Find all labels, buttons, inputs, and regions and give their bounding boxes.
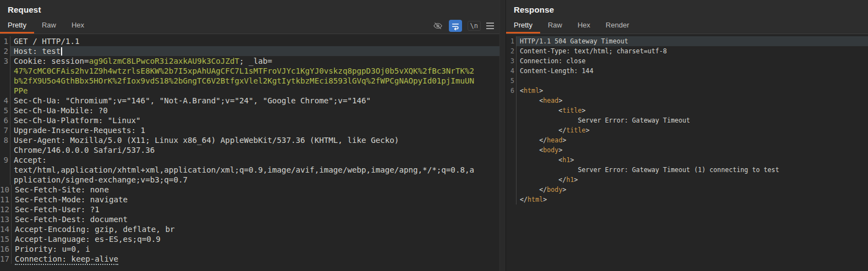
code-line[interactable]: 12Sec-Fetch-User: ?1 bbox=[0, 204, 499, 214]
panel-divider[interactable] bbox=[499, 0, 506, 271]
code-line[interactable]: Server Error: Gateway Timeout (1) connec… bbox=[506, 165, 868, 175]
code-text: Host: test bbox=[10, 46, 499, 56]
code-line[interactable]: 13Sec-Fetch-Dest: document bbox=[0, 214, 499, 224]
code-text: HTTP/1.1 504 Gateway Timeout bbox=[517, 36, 868, 46]
code-text: </h1> bbox=[517, 175, 868, 185]
code-line[interactable]: 17Connection: keep-alive bbox=[0, 254, 499, 264]
response-tab-raw[interactable]: Raw bbox=[540, 18, 570, 34]
code-line[interactable]: 2Content-Type: text/html; charset=utf-8 bbox=[506, 46, 868, 56]
response-panel: Response Pretty Raw Hex Render 1HTTP/1.1… bbox=[506, 0, 868, 271]
hide-nonprinting-eye-off-icon[interactable] bbox=[432, 20, 443, 32]
line-number: 15 bbox=[0, 234, 12, 244]
request-tab-actions: \n bbox=[432, 18, 499, 34]
code-text: <html> bbox=[517, 86, 868, 96]
line-number bbox=[0, 175, 10, 185]
line-number: 11 bbox=[0, 195, 12, 204]
code-text: </body> bbox=[517, 185, 868, 195]
line-number: 16 bbox=[0, 244, 12, 254]
code-line[interactable]: PPe bbox=[0, 86, 499, 96]
line-number bbox=[506, 125, 517, 135]
code-line[interactable]: </h1> bbox=[506, 175, 868, 185]
code-text: text/html,application/xhtml+xml,applicat… bbox=[10, 165, 499, 175]
code-line[interactable]: 11Sec-Fetch-Mode: navigate bbox=[0, 195, 499, 204]
code-line[interactable]: 6Sec-Ch-Ua-Platform: "Linux" bbox=[0, 115, 499, 125]
code-text: Sec-Ch-Ua-Platform: "Linux" bbox=[10, 115, 499, 125]
request-tab-raw[interactable]: Raw bbox=[34, 18, 64, 34]
code-line[interactable]: 8User-Agent: Mozilla/5.0 (X11; Linux x86… bbox=[0, 135, 499, 145]
line-number: 13 bbox=[0, 214, 12, 224]
code-line[interactable]: </html> bbox=[506, 195, 868, 204]
code-text: Sec-Fetch-Site: none bbox=[12, 185, 499, 195]
code-line[interactable]: 1GET / HTTP/1.1 bbox=[0, 36, 499, 46]
request-panel: Request Pretty Raw Hex bbox=[0, 0, 499, 271]
code-line[interactable]: 4Content-Length: 144 bbox=[506, 66, 868, 76]
line-number bbox=[506, 155, 517, 165]
code-text: Sec-Fetch-User: ?1 bbox=[12, 204, 499, 214]
line-number: 1 bbox=[0, 36, 10, 46]
line-number: 5 bbox=[0, 106, 10, 115]
request-tab-bar: Pretty Raw Hex bbox=[0, 18, 499, 34]
editor-menu-icon[interactable] bbox=[486, 20, 494, 32]
code-line[interactable]: <body> bbox=[506, 145, 868, 155]
response-editor[interactable]: 1HTTP/1.1 504 Gateway Timeout2Content-Ty… bbox=[506, 34, 868, 271]
code-text: Connection: close bbox=[517, 56, 868, 66]
code-text: </title> bbox=[517, 125, 868, 135]
line-number: 2 bbox=[506, 46, 517, 56]
response-tab-render[interactable]: Render bbox=[598, 18, 637, 34]
code-line[interactable]: </head> bbox=[506, 135, 868, 145]
line-number: 6 bbox=[0, 115, 10, 125]
code-line[interactable]: </body> bbox=[506, 185, 868, 195]
code-line[interactable]: 2Host: test bbox=[0, 46, 499, 56]
code-line[interactable]: 16Priority: u=0, i bbox=[0, 244, 499, 254]
response-tab-hex[interactable]: Hex bbox=[570, 18, 598, 34]
code-line[interactable]: Server Error: Gateway Timeout bbox=[506, 115, 868, 125]
word-wrap-toggle-icon[interactable] bbox=[449, 20, 462, 32]
code-text: Accept-Encoding: gzip, deflate, br bbox=[12, 224, 499, 234]
show-newlines-icon[interactable]: \n bbox=[468, 21, 481, 31]
line-number: 14 bbox=[0, 224, 12, 234]
code-line[interactable]: 15Accept-Language: es-ES,es;q=0.9 bbox=[0, 234, 499, 244]
code-line[interactable]: 5Sec-Ch-Ua-Mobile: ?0 bbox=[0, 106, 499, 115]
line-number: 10 bbox=[0, 185, 12, 195]
code-line[interactable]: <head> bbox=[506, 96, 868, 106]
code-line[interactable]: 3Cookie: session=ag9GlzmC8LPwcoR3i2axkAU… bbox=[0, 56, 499, 66]
code-line[interactable]: <h1> bbox=[506, 155, 868, 165]
line-number bbox=[506, 106, 517, 115]
request-title: Request bbox=[0, 0, 499, 18]
request-editor[interactable]: 1GET / HTTP/1.12Host: test3Cookie: sessi… bbox=[0, 34, 499, 271]
line-number bbox=[0, 165, 10, 175]
code-line[interactable]: 9Accept: bbox=[0, 155, 499, 165]
code-line[interactable]: 14Accept-Encoding: gzip, deflate, br bbox=[0, 224, 499, 234]
code-text bbox=[517, 76, 868, 86]
request-tab-pretty[interactable]: Pretty bbox=[0, 18, 34, 34]
code-line[interactable]: 10Sec-Fetch-Site: none bbox=[0, 185, 499, 195]
code-text: GET / HTTP/1.1 bbox=[10, 36, 499, 46]
code-line[interactable]: Chrome/146.0.0.0 Safari/537.36 bbox=[0, 145, 499, 155]
line-number: 7 bbox=[0, 125, 10, 135]
response-tab-pretty[interactable]: Pretty bbox=[506, 18, 540, 34]
code-text: </head> bbox=[517, 135, 868, 145]
line-number: 4 bbox=[0, 96, 10, 106]
code-line[interactable]: 4Sec-Ch-Ua: "Chromium";v="146", "Not-A.B… bbox=[0, 96, 499, 106]
line-number: 17 bbox=[0, 254, 12, 264]
code-line[interactable]: pplication/signed-exchange;v=b3;q=0.7 bbox=[0, 175, 499, 185]
code-line[interactable]: 7Upgrade-Insecure-Requests: 1 bbox=[0, 125, 499, 135]
code-line[interactable]: 47%7cMC0CFAis2hv1Z9h4wtzrlsE8KW%2b7I5xpA… bbox=[0, 66, 499, 76]
code-line[interactable]: b%2fX9U5o4GthBbx5HOrK%2fIox9vdS18%2bGngT… bbox=[0, 76, 499, 86]
code-line[interactable]: 3Connection: close bbox=[506, 56, 868, 66]
request-tab-hex[interactable]: Hex bbox=[64, 18, 92, 34]
code-text: Sec-Fetch-Mode: navigate bbox=[12, 195, 499, 204]
code-text: Sec-Ch-Ua-Mobile: ?0 bbox=[10, 106, 499, 115]
code-line[interactable]: 6<html> bbox=[506, 86, 868, 96]
code-text: <h1> bbox=[517, 155, 868, 165]
code-line[interactable]: 1HTTP/1.1 504 Gateway Timeout bbox=[506, 36, 868, 46]
code-text: User-Agent: Mozilla/5.0 (X11; Linux x86_… bbox=[10, 135, 499, 145]
line-number: 3 bbox=[506, 56, 517, 66]
code-line[interactable]: 5 bbox=[506, 76, 868, 86]
code-line[interactable]: </title> bbox=[506, 125, 868, 135]
code-line[interactable]: text/html,application/xhtml+xml,applicat… bbox=[0, 165, 499, 175]
code-text: Connection: keep-alive bbox=[12, 254, 499, 264]
code-text: Upgrade-Insecure-Requests: 1 bbox=[10, 125, 499, 135]
code-line[interactable]: <title> bbox=[506, 106, 868, 115]
line-number: 9 bbox=[0, 155, 10, 165]
